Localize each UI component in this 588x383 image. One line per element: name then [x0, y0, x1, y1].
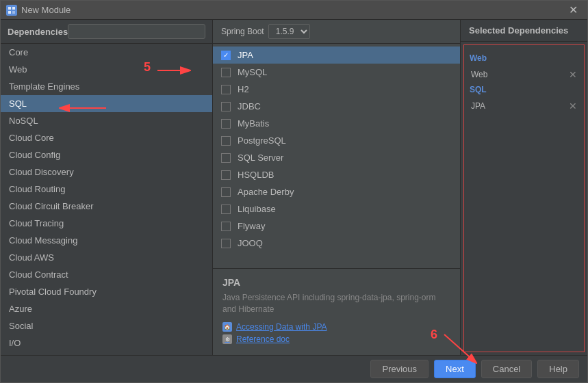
- svg-rect-0: [8, 7, 11, 10]
- dependency-list: ✓JPAMySQLH2JDBCMyBatisPostgreSQLSQL Serv…: [213, 44, 460, 268]
- remove-dep-button[interactable]: ✕: [569, 69, 577, 80]
- checkbox-mysql[interactable]: [221, 68, 231, 77]
- sidebar-item-social[interactable]: Social: [1, 317, 212, 334]
- module-icon: [6, 5, 17, 16]
- sidebar-item-cloud-tracing[interactable]: Cloud Tracing: [1, 215, 212, 232]
- dep-item-mybatis[interactable]: MyBatis: [213, 115, 460, 132]
- next-button[interactable]: Next: [434, 360, 476, 378]
- svg-rect-2: [8, 11, 11, 14]
- sidebar-item-sql[interactable]: SQL: [1, 95, 212, 112]
- sidebar-item-cloud-aws[interactable]: Cloud AWS: [1, 249, 212, 266]
- search-input[interactable]: [68, 24, 205, 39]
- dep-item-flyway[interactable]: Flyway: [213, 217, 460, 235]
- selected-group-title-web: Web: [470, 53, 578, 63]
- svg-rect-3: [12, 11, 15, 14]
- checkbox-jdbc[interactable]: [221, 102, 231, 111]
- sidebar-item-template-engines[interactable]: Template Engines: [1, 78, 212, 95]
- dep-item-jooq[interactable]: JOOQ: [213, 235, 460, 252]
- sidebar-item-cloud-config[interactable]: Cloud Config: [1, 146, 212, 163]
- checkbox-apache-derby[interactable]: [221, 187, 231, 197]
- dep-item-sql-server[interactable]: SQL Server: [213, 149, 460, 166]
- dep-label-jdbc: JDBC: [238, 101, 261, 111]
- main-content: Dependencies CoreWebTemplate EnginesSQLN…: [1, 20, 587, 355]
- link-icon-2: ⚙: [222, 334, 232, 344]
- dep-label-h2: H2: [238, 84, 249, 94]
- dep-item-jpa[interactable]: ✓JPA: [213, 47, 460, 64]
- selected-dep-item-jpa: JPA✕: [470, 98, 578, 114]
- dep-desc-title: JPA: [222, 277, 450, 288]
- dep-label-flyway: Flyway: [238, 221, 265, 231]
- sidebar-item-cloud-discovery[interactable]: Cloud Discovery: [1, 163, 212, 181]
- dep-item-h2[interactable]: H2: [213, 81, 460, 98]
- selected-dep-label: JPA: [471, 101, 485, 111]
- sidebar-item-cloud-messaging[interactable]: Cloud Messaging: [1, 232, 212, 249]
- dep-item-apache-derby[interactable]: Apache Derby: [213, 183, 460, 200]
- dep-label-sql-server: SQL Server: [238, 153, 283, 163]
- checkbox-postgresql[interactable]: [221, 136, 231, 146]
- footer: Previous Next Cancel Help: [1, 355, 587, 382]
- checkbox-sql-server[interactable]: [221, 153, 231, 163]
- sidebar: Dependencies CoreWebTemplate EnginesSQLN…: [1, 20, 213, 355]
- sidebar-item-cloud-routing[interactable]: Cloud Routing: [1, 181, 212, 198]
- dep-item-mysql[interactable]: MySQL: [213, 64, 460, 81]
- sidebar-item-cloud-core[interactable]: Cloud Core: [1, 129, 212, 146]
- dep-label-liquibase: Liquibase: [238, 204, 276, 214]
- selected-dep-label: Web: [471, 70, 487, 79]
- selected-dep-item-web: Web✕: [470, 67, 578, 82]
- svg-rect-1: [12, 7, 15, 10]
- title-bar: New Module ✕: [1, 1, 587, 20]
- sidebar-item-nosql[interactable]: NoSQL: [1, 112, 212, 129]
- link-icon-1: 🏠: [222, 322, 232, 332]
- dep-label-jpa: JPA: [238, 50, 253, 60]
- cancel-button[interactable]: Cancel: [481, 360, 532, 378]
- remove-dep-button[interactable]: ✕: [569, 101, 577, 111]
- dep-link-2[interactable]: ⚙ Reference doc: [222, 334, 450, 344]
- checkbox-jpa[interactable]: ✓: [221, 51, 231, 60]
- checkmark: ✓: [223, 52, 229, 59]
- sidebar-header: Dependencies: [1, 20, 212, 44]
- checkbox-jooq[interactable]: [221, 239, 231, 248]
- dep-item-jdbc[interactable]: JDBC: [213, 98, 460, 115]
- help-button[interactable]: Help: [537, 360, 579, 378]
- sidebar-item-io[interactable]: I/O: [1, 334, 212, 352]
- dep-link-1[interactable]: 🏠 Accessing Data with JPA: [222, 322, 450, 332]
- sidebar-item-core[interactable]: Core: [1, 44, 212, 61]
- sidebar-item-cloud-contract[interactable]: Cloud Contract: [1, 266, 212, 283]
- sidebar-item-pivotal-cloud-foundry[interactable]: Pivotal Cloud Foundry: [1, 283, 212, 300]
- selected-deps-header: Selected Dependencies: [461, 20, 587, 42]
- dep-label-mybatis: MyBatis: [238, 118, 269, 129]
- spring-boot-version-area: Spring Boot 1.5.9 2.0.0 2.1.0: [213, 20, 460, 44]
- checkbox-mybatis[interactable]: [221, 119, 231, 129]
- dep-label-postgresql: PostgreSQL: [238, 135, 286, 146]
- sidebar-item-web[interactable]: Web: [1, 61, 212, 78]
- close-button[interactable]: ✕: [565, 2, 582, 18]
- window: New Module ✕ Dependencies CoreWebTemplat…: [0, 0, 588, 383]
- selected-group-title-sql: SQL: [470, 85, 578, 94]
- dep-item-hsqldb[interactable]: HSQLDB: [213, 166, 460, 183]
- spring-version-dropdown[interactable]: 1.5.9 2.0.0 2.1.0: [268, 24, 310, 39]
- selected-deps-content: WebWeb✕SQLJPA✕: [463, 44, 585, 352]
- dep-label-jooq: JOOQ: [238, 238, 263, 248]
- spring-boot-label: Spring Boot: [221, 27, 264, 36]
- dep-item-postgresql[interactable]: PostgreSQL: [213, 132, 460, 149]
- dep-desc-text: Java Persistence API including spring-da…: [222, 292, 450, 315]
- checkbox-liquibase[interactable]: [221, 204, 231, 214]
- title-bar-left: New Module: [6, 5, 71, 16]
- right-panel: Selected Dependencies WebWeb✕SQLJPA✕: [461, 20, 587, 355]
- dep-label-apache-derby: Apache Derby: [238, 187, 294, 197]
- dependencies-label: Dependencies: [8, 27, 68, 37]
- dep-label-mysql: MySQL: [238, 67, 267, 77]
- checkbox-flyway[interactable]: [221, 222, 231, 231]
- sidebar-item-cloud-circuit-breaker[interactable]: Cloud Circuit Breaker: [1, 198, 212, 215]
- sidebar-list: CoreWebTemplate EnginesSQLNoSQLCloud Cor…: [1, 44, 212, 355]
- checkbox-h2[interactable]: [221, 85, 231, 94]
- checkbox-hsqldb[interactable]: [221, 170, 231, 180]
- middle-panel: Spring Boot 1.5.9 2.0.0 2.1.0 ✓JPAMySQLH…: [213, 20, 461, 355]
- dep-link-1-text: Accessing Data with JPA: [236, 322, 327, 332]
- window-title: New Module: [21, 5, 71, 15]
- dependency-description: JPA Java Persistence API including sprin…: [213, 268, 460, 355]
- sidebar-item-azure[interactable]: Azure: [1, 300, 212, 317]
- previous-button[interactable]: Previous: [370, 360, 429, 378]
- dep-label-hsqldb: HSQLDB: [238, 170, 274, 180]
- dep-item-liquibase[interactable]: Liquibase: [213, 200, 460, 217]
